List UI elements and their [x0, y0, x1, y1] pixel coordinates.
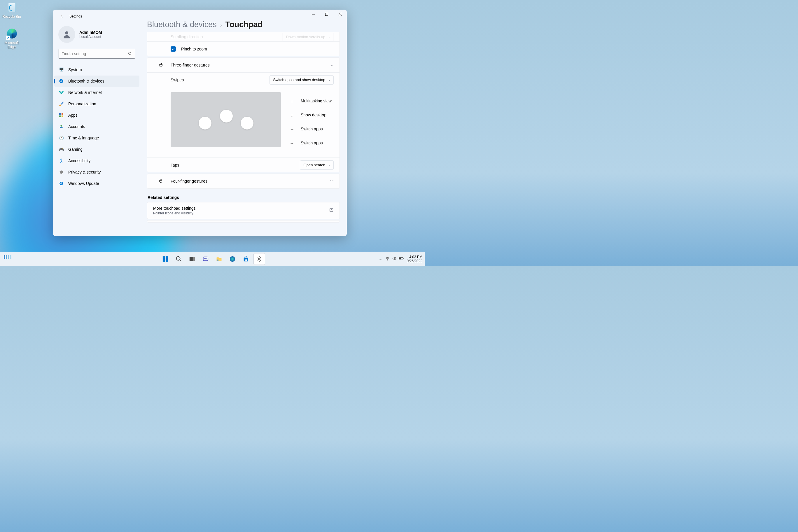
search-input-wrapper[interactable]	[58, 49, 135, 59]
scrolling-direction-dropdown[interactable]: Down motion scrolls up⌄	[282, 32, 334, 41]
taskbar: ︿ 4:03 PM 9/26/2022	[0, 252, 425, 266]
three-finger-header[interactable]: Three-finger gestures ︿	[147, 58, 340, 72]
svg-point-21	[205, 259, 206, 259]
svg-rect-18	[193, 257, 195, 261]
settings-button[interactable]	[253, 253, 265, 265]
swipes-row: Swipes Switch apps and show desktop⌄	[147, 72, 340, 87]
wifi-icon[interactable]	[385, 256, 390, 262]
close-button[interactable]	[334, 10, 347, 19]
svg-rect-12	[163, 256, 165, 259]
checkbox-checked-icon[interactable]	[171, 46, 176, 52]
back-button[interactable]	[58, 13, 65, 20]
svg-rect-17	[190, 257, 193, 261]
minimize-button[interactable]	[306, 10, 320, 19]
start-button[interactable]	[159, 253, 171, 265]
taps-dropdown[interactable]: Open search⌄	[300, 160, 334, 170]
sidebar-item-system[interactable]: 🖥️System	[54, 64, 139, 75]
gesture-directions: ↑Multitasking view ↓Show desktop ←Switch…	[290, 92, 331, 152]
gesture-down: ↓Show desktop	[290, 108, 331, 122]
user-profile[interactable]: AdminMOM Local Account	[53, 23, 140, 46]
nav-icon: 🖥️	[58, 68, 64, 72]
more-touchpad-settings[interactable]: More touchpad settings Pointer icons and…	[147, 202, 340, 219]
svg-rect-6	[61, 115, 63, 117]
svg-rect-34	[399, 258, 401, 260]
store-button[interactable]	[240, 253, 252, 265]
avatar	[58, 26, 75, 43]
page-title: Touchpad	[226, 20, 263, 29]
nav-icon	[58, 113, 64, 117]
search-icon	[128, 52, 132, 56]
breadcrumb-parent[interactable]: Bluetooth & devices	[147, 20, 217, 29]
edge-button[interactable]	[227, 253, 238, 265]
hand-three-icon	[159, 62, 165, 68]
svg-rect-29	[245, 260, 246, 261]
svg-rect-24	[217, 260, 219, 261]
svg-point-16	[176, 256, 180, 261]
nav-label: Personalization	[68, 101, 96, 106]
recycle-bin-icon[interactable]: Recycle Bin	[0, 2, 23, 19]
svg-point-0	[65, 31, 69, 34]
nav-icon	[58, 181, 64, 186]
search-button[interactable]	[173, 253, 185, 265]
nav-icon: 🕐	[58, 136, 64, 140]
user-name: AdminMOM	[79, 30, 102, 35]
nav-label: System	[68, 68, 82, 72]
task-view-button[interactable]	[186, 253, 198, 265]
nav-icon	[58, 170, 64, 174]
system-tray: ︿ 4:03 PM 9/26/2022	[379, 255, 422, 263]
edge-shortcut-icon[interactable]: ↗ Microsoft Edge	[0, 28, 23, 49]
clock[interactable]: 4:03 PM 9/26/2022	[407, 255, 422, 263]
chevron-down-icon[interactable]: ﹀	[330, 179, 334, 184]
svg-rect-35	[403, 258, 403, 259]
search-input[interactable]	[61, 51, 128, 56]
widgets-button[interactable]	[3, 255, 12, 263]
sidebar-item-gaming[interactable]: 🎮Gaming	[54, 144, 139, 155]
svg-point-32	[387, 260, 387, 260]
chat-button[interactable]	[200, 253, 211, 265]
arrow-right-icon: →	[290, 140, 294, 146]
sidebar-item-network-internet[interactable]: Network & internet	[54, 87, 139, 98]
settings-window: Settings AdminMOM Local Account 🖥️System…	[53, 10, 347, 236]
arrow-up-icon: ↑	[290, 99, 294, 103]
svg-rect-14	[163, 259, 165, 262]
chevron-right-icon: ›	[220, 22, 222, 28]
sidebar-item-windows-update[interactable]: Windows Update	[54, 178, 139, 189]
finger-icon	[220, 110, 233, 122]
svg-point-31	[259, 258, 260, 260]
svg-rect-27	[245, 259, 246, 260]
svg-rect-26	[244, 258, 248, 261]
file-explorer-button[interactable]	[213, 253, 225, 265]
sidebar-item-privacy-security[interactable]: Privacy & security	[54, 167, 139, 178]
svg-rect-10	[325, 13, 328, 16]
nav-icon	[58, 158, 64, 163]
sidebar-item-time-language[interactable]: 🕐Time & language	[54, 132, 139, 144]
related-settings-heading: Related settings	[148, 195, 340, 200]
svg-point-20	[204, 259, 205, 259]
four-finger-header[interactable]: Four-finger gestures ﹀	[147, 174, 340, 188]
sidebar-item-accessibility[interactable]: Accessibility	[54, 155, 139, 166]
tray-overflow-icon[interactable]: ︿	[379, 256, 382, 262]
svg-rect-4	[61, 113, 63, 115]
swipes-dropdown[interactable]: Switch apps and show desktop⌄	[269, 75, 334, 84]
nav-icon	[58, 124, 64, 129]
pinch-to-zoom-row[interactable]: Pinch to zoom	[147, 41, 340, 56]
chevron-up-icon[interactable]: ︿	[330, 63, 334, 68]
battery-icon[interactable]	[399, 256, 404, 262]
maximize-button[interactable]	[320, 10, 334, 19]
touchpad-demo	[171, 92, 281, 147]
svg-rect-15	[166, 259, 168, 262]
arrow-down-icon: ↓	[290, 113, 294, 117]
nav-icon	[58, 91, 64, 94]
svg-point-8	[61, 159, 62, 160]
finger-icon	[198, 117, 211, 130]
nav-label: Bluetooth & devices	[68, 79, 104, 83]
sidebar-item-accounts[interactable]: Accounts	[54, 121, 139, 132]
window-title: Settings	[70, 14, 82, 18]
taps-row: Taps Open search⌄	[147, 157, 340, 172]
volume-icon[interactable]	[392, 256, 396, 262]
sidebar-item-bluetooth-devices[interactable]: Bluetooth & devices	[54, 76, 139, 87]
nav-label: Accessibility	[68, 158, 90, 163]
nav-list: 🖥️SystemBluetooth & devicesNetwork & int…	[53, 63, 140, 190]
sidebar-item-personalization[interactable]: 🖌️Personalization	[54, 98, 139, 109]
sidebar-item-apps[interactable]: Apps	[54, 110, 139, 121]
